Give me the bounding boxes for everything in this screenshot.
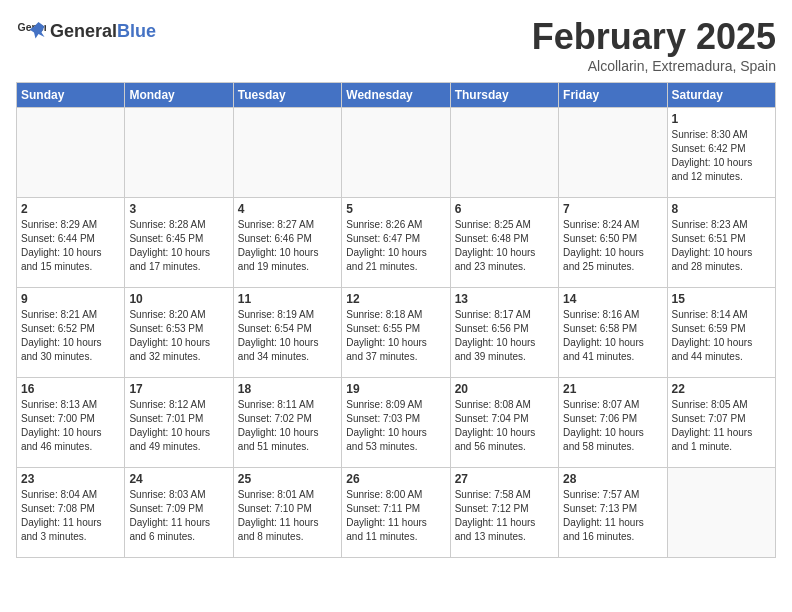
day-info: Sunrise: 8:29 AM Sunset: 6:44 PM Dayligh… [21,218,120,274]
logo: General GeneralBlue [16,16,156,46]
calendar-table: SundayMondayTuesdayWednesdayThursdayFrid… [16,82,776,558]
header-row: SundayMondayTuesdayWednesdayThursdayFrid… [17,83,776,108]
day-info: Sunrise: 8:09 AM Sunset: 7:03 PM Dayligh… [346,398,445,454]
table-row: 3Sunrise: 8:28 AM Sunset: 6:45 PM Daylig… [125,198,233,288]
table-row [667,468,775,558]
day-number: 13 [455,292,554,306]
week-row-1: 2Sunrise: 8:29 AM Sunset: 6:44 PM Daylig… [17,198,776,288]
table-row: 9Sunrise: 8:21 AM Sunset: 6:52 PM Daylig… [17,288,125,378]
day-info: Sunrise: 8:28 AM Sunset: 6:45 PM Dayligh… [129,218,228,274]
day-info: Sunrise: 7:57 AM Sunset: 7:13 PM Dayligh… [563,488,662,544]
day-info: Sunrise: 8:27 AM Sunset: 6:46 PM Dayligh… [238,218,337,274]
day-info: Sunrise: 8:25 AM Sunset: 6:48 PM Dayligh… [455,218,554,274]
calendar-header: SundayMondayTuesdayWednesdayThursdayFrid… [17,83,776,108]
table-row: 5Sunrise: 8:26 AM Sunset: 6:47 PM Daylig… [342,198,450,288]
day-info: Sunrise: 8:04 AM Sunset: 7:08 PM Dayligh… [21,488,120,544]
day-number: 27 [455,472,554,486]
day-info: Sunrise: 8:24 AM Sunset: 6:50 PM Dayligh… [563,218,662,274]
day-info: Sunrise: 8:20 AM Sunset: 6:53 PM Dayligh… [129,308,228,364]
logo-text: GeneralBlue [50,21,156,42]
day-info: Sunrise: 8:00 AM Sunset: 7:11 PM Dayligh… [346,488,445,544]
day-number: 10 [129,292,228,306]
day-number: 24 [129,472,228,486]
calendar-subtitle: Alcollarin, Extremadura, Spain [532,58,776,74]
day-number: 8 [672,202,771,216]
header-day-tuesday: Tuesday [233,83,341,108]
header: General GeneralBlue February 2025 Alcoll… [16,16,776,74]
table-row: 16Sunrise: 8:13 AM Sunset: 7:00 PM Dayli… [17,378,125,468]
day-info: Sunrise: 7:58 AM Sunset: 7:12 PM Dayligh… [455,488,554,544]
day-info: Sunrise: 8:03 AM Sunset: 7:09 PM Dayligh… [129,488,228,544]
header-day-friday: Friday [559,83,667,108]
table-row: 2Sunrise: 8:29 AM Sunset: 6:44 PM Daylig… [17,198,125,288]
day-info: Sunrise: 8:16 AM Sunset: 6:58 PM Dayligh… [563,308,662,364]
calendar-title: February 2025 [532,16,776,58]
day-info: Sunrise: 8:07 AM Sunset: 7:06 PM Dayligh… [563,398,662,454]
header-day-sunday: Sunday [17,83,125,108]
day-number: 3 [129,202,228,216]
table-row: 10Sunrise: 8:20 AM Sunset: 6:53 PM Dayli… [125,288,233,378]
day-info: Sunrise: 8:21 AM Sunset: 6:52 PM Dayligh… [21,308,120,364]
day-number: 14 [563,292,662,306]
week-row-0: 1Sunrise: 8:30 AM Sunset: 6:42 PM Daylig… [17,108,776,198]
day-number: 26 [346,472,445,486]
day-number: 9 [21,292,120,306]
logo-blue: Blue [117,21,156,41]
table-row: 28Sunrise: 7:57 AM Sunset: 7:13 PM Dayli… [559,468,667,558]
header-day-monday: Monday [125,83,233,108]
table-row: 25Sunrise: 8:01 AM Sunset: 7:10 PM Dayli… [233,468,341,558]
day-number: 11 [238,292,337,306]
day-number: 18 [238,382,337,396]
calendar-body: 1Sunrise: 8:30 AM Sunset: 6:42 PM Daylig… [17,108,776,558]
table-row [125,108,233,198]
day-number: 20 [455,382,554,396]
day-info: Sunrise: 8:01 AM Sunset: 7:10 PM Dayligh… [238,488,337,544]
table-row: 1Sunrise: 8:30 AM Sunset: 6:42 PM Daylig… [667,108,775,198]
table-row: 17Sunrise: 8:12 AM Sunset: 7:01 PM Dayli… [125,378,233,468]
day-info: Sunrise: 8:23 AM Sunset: 6:51 PM Dayligh… [672,218,771,274]
table-row: 26Sunrise: 8:00 AM Sunset: 7:11 PM Dayli… [342,468,450,558]
table-row: 7Sunrise: 8:24 AM Sunset: 6:50 PM Daylig… [559,198,667,288]
table-row [17,108,125,198]
day-info: Sunrise: 8:05 AM Sunset: 7:07 PM Dayligh… [672,398,771,454]
table-row: 24Sunrise: 8:03 AM Sunset: 7:09 PM Dayli… [125,468,233,558]
table-row: 4Sunrise: 8:27 AM Sunset: 6:46 PM Daylig… [233,198,341,288]
day-info: Sunrise: 8:13 AM Sunset: 7:00 PM Dayligh… [21,398,120,454]
table-row: 12Sunrise: 8:18 AM Sunset: 6:55 PM Dayli… [342,288,450,378]
day-info: Sunrise: 8:08 AM Sunset: 7:04 PM Dayligh… [455,398,554,454]
day-number: 4 [238,202,337,216]
day-number: 2 [21,202,120,216]
table-row: 21Sunrise: 8:07 AM Sunset: 7:06 PM Dayli… [559,378,667,468]
day-number: 1 [672,112,771,126]
logo-general: General [50,21,117,41]
day-number: 15 [672,292,771,306]
day-number: 5 [346,202,445,216]
table-row: 13Sunrise: 8:17 AM Sunset: 6:56 PM Dayli… [450,288,558,378]
day-info: Sunrise: 8:14 AM Sunset: 6:59 PM Dayligh… [672,308,771,364]
day-number: 6 [455,202,554,216]
header-day-thursday: Thursday [450,83,558,108]
day-number: 21 [563,382,662,396]
day-info: Sunrise: 8:26 AM Sunset: 6:47 PM Dayligh… [346,218,445,274]
header-day-wednesday: Wednesday [342,83,450,108]
day-number: 19 [346,382,445,396]
table-row: 11Sunrise: 8:19 AM Sunset: 6:54 PM Dayli… [233,288,341,378]
day-number: 12 [346,292,445,306]
day-number: 16 [21,382,120,396]
table-row: 15Sunrise: 8:14 AM Sunset: 6:59 PM Dayli… [667,288,775,378]
day-number: 22 [672,382,771,396]
header-day-saturday: Saturday [667,83,775,108]
table-row [233,108,341,198]
table-row: 18Sunrise: 8:11 AM Sunset: 7:02 PM Dayli… [233,378,341,468]
table-row: 27Sunrise: 7:58 AM Sunset: 7:12 PM Dayli… [450,468,558,558]
day-number: 23 [21,472,120,486]
title-area: February 2025 Alcollarin, Extremadura, S… [532,16,776,74]
table-row: 23Sunrise: 8:04 AM Sunset: 7:08 PM Dayli… [17,468,125,558]
table-row: 14Sunrise: 8:16 AM Sunset: 6:58 PM Dayli… [559,288,667,378]
day-info: Sunrise: 8:12 AM Sunset: 7:01 PM Dayligh… [129,398,228,454]
week-row-4: 23Sunrise: 8:04 AM Sunset: 7:08 PM Dayli… [17,468,776,558]
day-info: Sunrise: 8:30 AM Sunset: 6:42 PM Dayligh… [672,128,771,184]
table-row [559,108,667,198]
table-row: 22Sunrise: 8:05 AM Sunset: 7:07 PM Dayli… [667,378,775,468]
table-row: 8Sunrise: 8:23 AM Sunset: 6:51 PM Daylig… [667,198,775,288]
